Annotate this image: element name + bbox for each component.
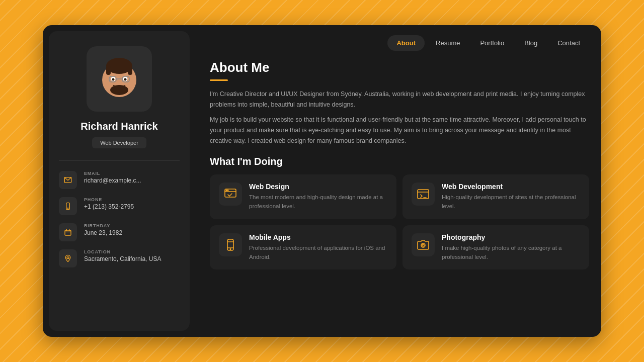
email-value: richard@example.c... [84,177,141,184]
contact-list: EMAIL richard@example.c... PHONE +1 (213… [59,171,180,267]
svg-point-23 [227,190,228,191]
email-icon [59,171,77,189]
avatar [87,46,152,112]
nav-blog[interactable]: Blog [515,35,546,51]
title-underline [210,79,228,81]
nav-contact[interactable]: Contact [548,35,589,51]
mobile-icon [219,233,242,256]
contact-location: LOCATION Sacramento, California, USA [59,249,180,267]
svg-rect-24 [418,190,429,199]
photo-icon [412,233,435,256]
email-label: EMAIL [84,171,141,176]
phone-icon [59,197,77,215]
birthday-label: BIRTHDAY [84,223,122,228]
nav-resume[interactable]: Resume [427,35,469,51]
location-icon [59,249,77,267]
svg-point-7 [112,78,115,81]
nav-about[interactable]: About [387,35,425,51]
services-grid: Web Design The most modern and high-qual… [210,174,589,269]
about-para2: My job is to build your website so that … [210,115,589,146]
svg-rect-3 [128,66,132,75]
mobile-desc: Professional development of applications… [249,244,387,262]
svg-point-14 [67,208,68,208]
birthday-value: June 23, 1982 [84,229,122,236]
sidebar-divider [59,160,180,161]
service-mobile: Mobile Apps Professional development of … [210,225,396,270]
phone-label: PHONE [84,197,134,202]
nav-portfolio[interactable]: Portfolio [471,35,513,51]
user-name: Richard Hanrick [80,121,157,132]
photo-title: Photography [442,233,580,241]
about-para1: I'm Creative Director and UI/UX Designer… [210,89,589,110]
svg-point-32 [422,244,424,246]
main-card: Richard Hanrick Web Developer EMAIL rich… [43,25,601,337]
svg-rect-15 [65,230,71,235]
service-photo: Photography I make high-quality photos o… [403,225,589,270]
nav-bar: About Resume Portfolio Blog Contact [210,35,589,51]
user-role-badge: Web Developer [92,137,146,148]
sidebar: Richard Hanrick Web Developer EMAIL rich… [49,31,190,331]
web-design-title: Web Design [249,183,387,191]
about-section: About Me I'm Creative Director and UI/UX… [210,60,589,151]
about-title: About Me [210,60,589,75]
what-doing-title: What I'm Doing [210,156,589,167]
web-dev-desc: High-quality development of sites at the… [442,193,580,211]
main-content: About Resume Portfolio Blog Contact Abou… [196,25,601,337]
service-web-dev: Web Development High-quality development… [403,174,589,219]
contact-email: EMAIL richard@example.c... [59,171,180,189]
web-design-desc: The most modern and high-quality design … [249,193,387,211]
svg-point-8 [124,78,127,81]
service-web-design: Web Design The most modern and high-qual… [210,174,396,219]
svg-point-22 [226,190,227,191]
mobile-title: Mobile Apps [249,233,387,241]
contact-phone: PHONE +1 (213) 352-2795 [59,197,180,215]
svg-point-30 [230,248,231,249]
contact-birthday: BIRTHDAY June 23, 1982 [59,223,180,241]
phone-value: +1 (213) 352-2795 [84,203,134,210]
svg-point-19 [67,257,69,259]
web-design-icon [219,183,242,206]
web-dev-icon [412,183,435,206]
birthday-icon [59,223,77,241]
web-dev-title: Web Development [442,183,580,191]
location-value: Sacramento, California, USA [84,255,161,262]
photo-desc: I make high-quality photos of any catego… [442,244,580,262]
svg-rect-2 [106,66,111,75]
location-label: LOCATION [84,249,161,254]
